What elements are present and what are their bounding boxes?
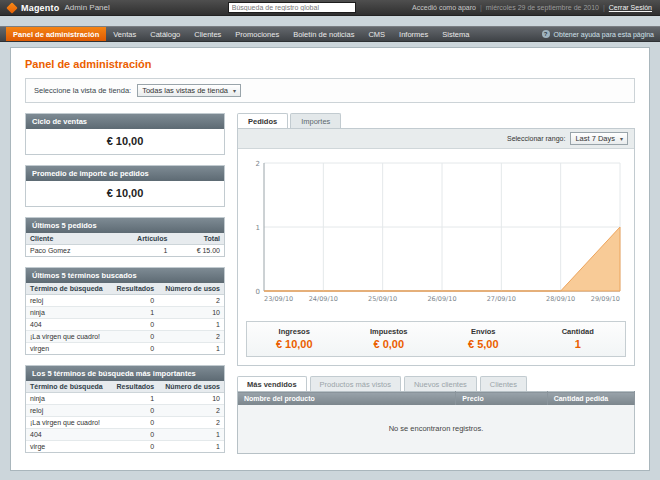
stat-value: € 10,00 <box>247 338 342 350</box>
table-cell: 1 <box>110 393 158 405</box>
table-header-cell: Artículos <box>107 233 171 245</box>
table-row[interactable]: 404 0 1 <box>26 319 224 331</box>
top-search-terms-widget: Los 5 términos de búsqueda más important… <box>25 365 225 453</box>
store-view-value: Todas las vistas de tienda <box>142 86 228 95</box>
top-header: Magento Admin Panel Accedió como aparo |… <box>0 0 660 16</box>
empty-row: No se encontraron registros. <box>238 405 635 453</box>
average-orders-widget: Promedio de importe de pedidos € 10,00 <box>25 165 225 207</box>
stat-label: Ingresos <box>247 327 342 336</box>
table-row[interactable]: ninja 1 10 <box>26 393 224 405</box>
magento-logo-icon <box>6 2 17 13</box>
table-cell: Paco Gomez <box>26 245 107 257</box>
table-row[interactable]: Paco Gomez 1 € 15.00 <box>26 245 224 257</box>
table-cell: 404 <box>26 319 110 331</box>
nav-item-promociones[interactable]: Promociones <box>228 27 286 41</box>
table-header-cell: Precio <box>456 392 547 406</box>
orders-chart: 01223/09/1024/09/1025/09/1026/09/1027/09… <box>238 149 634 313</box>
stat-impuestos: Impuestos € 0,00 <box>342 327 437 350</box>
main-nav: Panel de administración Ventas Catálogo … <box>0 26 660 42</box>
table-cell: 1 <box>158 343 224 355</box>
table-cell: ¡La virgen que cuadro! <box>26 417 110 429</box>
table-cell: ninja <box>26 307 110 319</box>
lifetime-sales-value: € 10,00 <box>26 129 224 154</box>
table-cell: 2 <box>158 331 224 343</box>
svg-text:26/09/10: 26/09/10 <box>427 295 456 303</box>
nav-item-cms[interactable]: CMS <box>361 27 392 41</box>
tab-importes[interactable]: Importes <box>290 113 341 128</box>
table-cell: virgen <box>26 343 110 355</box>
logo-subtitle: Admin Panel <box>64 3 109 12</box>
table-row[interactable]: reloj 0 2 <box>26 295 224 307</box>
table-cell: virge <box>26 441 110 453</box>
table-header-cell: Total <box>171 233 224 245</box>
table-header-cell: Cantidad pedida <box>547 392 634 406</box>
table-header-cell: Término de búsqueda <box>26 283 110 295</box>
range-select[interactable]: Last 7 Days ▾ <box>570 132 628 145</box>
tab-pedidos[interactable]: Pedidos <box>237 113 288 128</box>
tab-nuevos-clientes: Nuevos clientes <box>404 376 477 391</box>
stat-value: € 0,00 <box>342 338 437 350</box>
widget-title: Últimos 5 términos buscados <box>26 268 224 283</box>
nav-item-clientes[interactable]: Clientes <box>187 27 228 41</box>
table-cell: 404 <box>26 429 110 441</box>
nav-item-informes[interactable]: Informes <box>392 27 435 41</box>
table-row[interactable]: ninja 1 10 <box>26 307 224 319</box>
table-row[interactable]: virge 0 1 <box>26 441 224 453</box>
stat-ingresos: Ingresos € 10,00 <box>247 327 342 350</box>
table-row[interactable]: ¡La virgen que cuadro! 0 2 <box>26 331 224 343</box>
store-view-select[interactable]: Todas las vistas de tienda ▾ <box>137 84 241 97</box>
current-date: miércoles 29 de septiembre de 2010 <box>486 4 599 11</box>
chevron-down-icon: ▾ <box>620 135 623 142</box>
table-cell: ¡La virgen que cuadro! <box>26 331 110 343</box>
magento-logo[interactable]: Magento Admin Panel <box>8 3 110 13</box>
svg-text:27/09/10: 27/09/10 <box>487 295 516 303</box>
svg-text:24/09/10: 24/09/10 <box>309 295 338 303</box>
svg-text:1: 1 <box>256 224 260 232</box>
table-row[interactable]: reloj 0 2 <box>26 405 224 417</box>
svg-text:2: 2 <box>256 160 260 168</box>
table-cell: 0 <box>110 295 158 307</box>
store-view-switcher: Seleccione la vista de tienda: Todas las… <box>25 78 635 103</box>
lifetime-sales-widget: Ciclo de ventas € 10,00 <box>25 113 225 155</box>
table-cell: 0 <box>110 417 158 429</box>
table-cell: 0 <box>110 343 158 355</box>
tab-mas-vendidos[interactable]: Más vendidos <box>237 376 307 391</box>
table-row[interactable]: ¡La virgen que cuadro! 0 2 <box>26 417 224 429</box>
global-search-input[interactable] <box>228 2 356 13</box>
logged-in-as: Accedió como aparo <box>412 4 476 11</box>
table-cell: 10 <box>158 307 224 319</box>
help-link[interactable]: ? Obtener ayuda para esta página <box>542 27 654 41</box>
dashboard-sidebar: Ciclo de ventas € 10,00 Promedio de impo… <box>25 113 225 454</box>
help-label: Obtener ayuda para esta página <box>554 31 654 38</box>
header-gap <box>0 16 660 26</box>
stat-value: € 5,00 <box>436 338 531 350</box>
table-header-cell: Resultados <box>110 381 158 393</box>
stat-label: Impuestos <box>342 327 437 336</box>
range-value: Last 7 Days <box>575 134 615 143</box>
nav-item-panel-administracion[interactable]: Panel de administración <box>6 27 106 41</box>
svg-text:23/09/10: 23/09/10 <box>264 295 293 303</box>
chart-tabs: Pedidos Importes <box>237 113 635 128</box>
table-row[interactable]: 404 0 1 <box>26 429 224 441</box>
separator: | <box>603 4 605 11</box>
dashboard-main: Pedidos Importes Seleccionar rango: Last… <box>237 113 635 454</box>
best-sellers-table: Nombre del producto Precio Cantidad pedi… <box>237 391 635 454</box>
dashboard-columns: Ciclo de ventas € 10,00 Promedio de impo… <box>25 113 635 454</box>
table-row[interactable]: virgen 0 1 <box>26 343 224 355</box>
table-header-row: Término de búsqueda Resultados Número de… <box>26 283 224 295</box>
nav-item-ventas[interactable]: Ventas <box>106 27 143 41</box>
nav-item-catalogo[interactable]: Catálogo <box>143 27 187 41</box>
help-icon: ? <box>542 30 550 38</box>
table-cell: 0 <box>110 331 158 343</box>
table-cell: reloj <box>26 405 110 417</box>
svg-text:29/09/10: 29/09/10 <box>591 295 620 303</box>
logo-text: Magento <box>21 3 59 13</box>
logout-link[interactable]: Cerrar Sesión <box>609 4 652 11</box>
svg-text:28/09/10: 28/09/10 <box>546 295 575 303</box>
nav-item-boletin[interactable]: Boletín de noticias <box>286 27 361 41</box>
nav-item-sistema[interactable]: Sistema <box>435 27 476 41</box>
svg-text:25/09/10: 25/09/10 <box>368 295 397 303</box>
orders-area-chart: 01223/09/1024/09/1025/09/1026/09/1027/09… <box>246 155 628 307</box>
table-header-cell: Cliente <box>26 233 107 245</box>
table-header-row: Nombre del producto Precio Cantidad pedi… <box>238 392 635 406</box>
